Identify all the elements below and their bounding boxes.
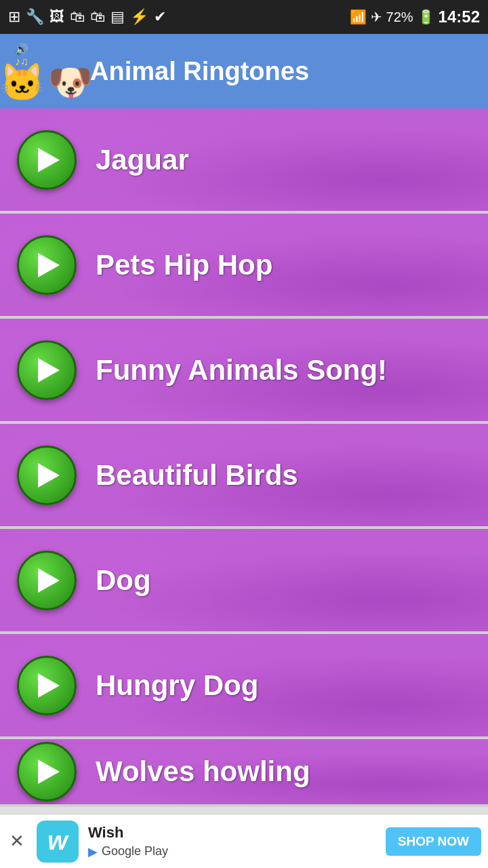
dog-icon: 🐶	[47, 61, 93, 104]
status-icons-left: ⊞ 🔧 🖼 🛍 🛍 ▤ ⚡ ✔	[8, 8, 166, 26]
sound-waves-icon: 🔊♪♫	[15, 43, 28, 68]
play-button-6[interactable]	[17, 656, 77, 715]
image-icon: 🖼	[49, 8, 64, 26]
ad-app-name: Wish	[88, 824, 376, 842]
ad-logo-letter: w	[47, 827, 68, 856]
play-button-5[interactable]	[17, 551, 77, 610]
airplane-icon: ✈	[371, 9, 382, 25]
ad-text-area: Wish ▶ Google Play	[88, 824, 376, 859]
bag2-icon: 🛍	[90, 8, 105, 26]
song-item-3[interactable]: Funny Animals Song!	[0, 319, 488, 424]
song-name-1: Jaguar	[96, 144, 189, 176]
song-name-6: Hungry Dog	[96, 669, 258, 702]
shop-now-button[interactable]: SHOP NOW	[386, 827, 481, 856]
ad-close-button[interactable]: ✕	[7, 828, 27, 854]
status-bar: ⊞ 🔧 🖼 🛍 🛍 ▤ ⚡ ✔ 📶 ✈ 72% 🔋 14:52	[0, 0, 488, 34]
play-button-7[interactable]	[17, 742, 77, 802]
song-name-5: Dog	[96, 564, 151, 597]
play-button-2[interactable]	[17, 235, 77, 295]
play-button-1[interactable]	[17, 130, 77, 190]
status-icons-right: 📶 ✈ 72% 🔋 14:52	[350, 7, 480, 26]
google-play-icon: ▶	[88, 844, 98, 859]
ad-store-row: ▶ Google Play	[88, 844, 376, 859]
play-button-3[interactable]	[17, 340, 77, 400]
bag-icon: 🛍	[70, 8, 85, 26]
song-list: Jaguar Pets Hip Hop Funny Animals Song! …	[0, 108, 488, 861]
song-item-2[interactable]: Pets Hip Hop	[0, 214, 488, 319]
wifi-icon: 📶	[350, 9, 367, 25]
song-name-4: Beautiful Birds	[96, 459, 298, 492]
battery-icon: 🔋	[418, 9, 434, 25]
song-name-7: Wolves howling	[96, 755, 310, 788]
wrench-icon: 🔧	[26, 8, 44, 26]
battery-text: 72%	[386, 9, 413, 25]
status-time: 14:52	[439, 7, 480, 26]
song-item-6[interactable]: Hungry Dog	[0, 634, 488, 739]
header-icon-area: 🔊♪♫ 🐱 🐶	[14, 39, 78, 104]
ad-banner: ✕ w Wish ▶ Google Play SHOP NOW	[0, 814, 488, 868]
song-item-7[interactable]: Wolves howling	[0, 739, 488, 807]
song-item-1[interactable]: Jaguar	[0, 108, 488, 214]
bars-icon: ▤	[110, 8, 125, 26]
ad-logo: w	[37, 821, 79, 863]
song-name-3: Funny Animals Song!	[96, 354, 387, 387]
add-icon: ⊞	[8, 8, 20, 26]
play-button-4[interactable]	[17, 446, 77, 505]
check-icon: ✔	[154, 8, 166, 26]
ad-store-label: Google Play	[102, 844, 168, 859]
song-item-4[interactable]: Beautiful Birds	[0, 424, 488, 529]
app-title: Animal Ringtones	[90, 57, 309, 86]
usb-icon: ⚡	[130, 8, 148, 26]
song-name-2: Pets Hip Hop	[96, 249, 272, 281]
song-item-5[interactable]: Dog	[0, 529, 488, 634]
app-header: 🔊♪♫ 🐱 🐶 Animal Ringtones	[0, 34, 488, 108]
